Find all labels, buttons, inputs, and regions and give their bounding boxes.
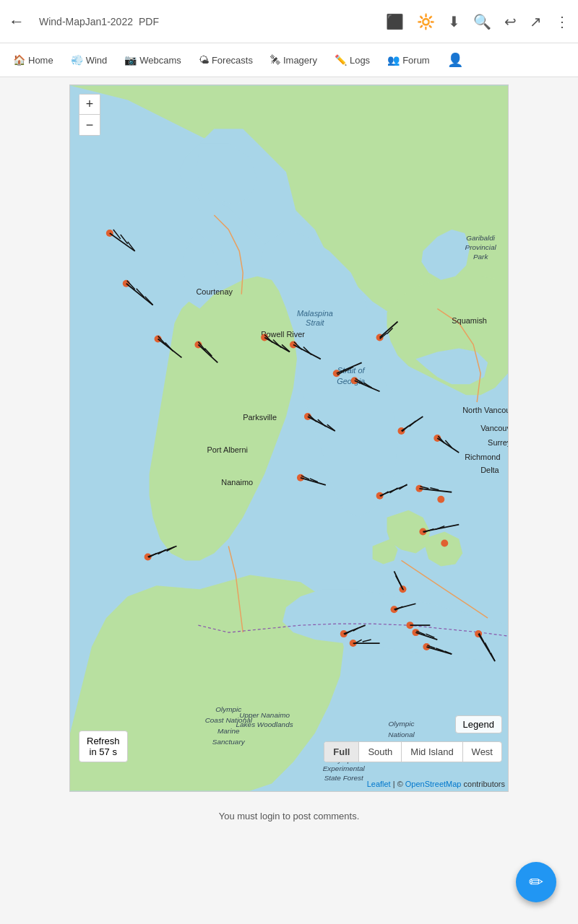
wind-station-1[interactable] <box>106 230 113 237</box>
wind-station-12[interactable] <box>297 474 304 481</box>
svg-line-31 <box>308 417 335 431</box>
wind-station-25[interactable] <box>340 630 348 637</box>
svg-line-73 <box>353 628 358 631</box>
filter-tab-south[interactable]: South <box>359 742 402 762</box>
label-upper-nanaimo2: Lakes Woodlands <box>236 720 293 728</box>
zoom-controls: + − <box>79 94 100 136</box>
nav-forum[interactable]: 👥Forum <box>380 50 437 70</box>
svg-line-24 <box>345 367 353 371</box>
svg-line-42 <box>381 492 389 497</box>
nav-webcams[interactable]: 📷Webcams <box>117 50 189 70</box>
wind-station-9[interactable] <box>351 377 358 384</box>
legend-box[interactable]: Legend <box>455 715 502 733</box>
nav-logs[interactable]: ✏️Logs <box>327 50 377 70</box>
nav-profile[interactable]: 👤 <box>440 48 470 72</box>
wind-station-22[interactable] <box>406 622 413 629</box>
wind-station-17[interactable] <box>419 528 426 536</box>
svg-line-12 <box>198 344 217 362</box>
wind-station-10[interactable] <box>304 413 311 420</box>
svg-line-3 <box>121 235 128 244</box>
wind-station-14[interactable] <box>434 435 441 442</box>
svg-line-66 <box>426 634 434 637</box>
page-title: Wind-MapJan1-2022PDF <box>33 14 386 29</box>
wind-station-19[interactable] <box>144 553 152 560</box>
wind-station-23[interactable] <box>412 629 419 636</box>
svg-line-37 <box>409 421 415 427</box>
fab-edit-button[interactable]: ✏ <box>516 862 556 902</box>
svg-rect-0 <box>70 86 508 791</box>
svg-line-2 <box>113 230 121 239</box>
label-garibaldi: Garibaldi <box>466 234 496 242</box>
svg-line-71 <box>344 625 366 634</box>
svg-line-48 <box>419 489 452 492</box>
filter-tab-west[interactable]: West <box>463 742 501 762</box>
filter-tab-full[interactable]: Full <box>324 742 359 762</box>
wind-station-8[interactable] <box>376 334 384 341</box>
osm-link[interactable]: OpenStreetMap <box>405 780 462 788</box>
nav-wind[interactable]: 💨Wind <box>64 50 115 70</box>
wind-station-18[interactable] <box>441 540 448 547</box>
wind-station-6[interactable] <box>290 341 297 348</box>
wind-station-26[interactable] <box>350 640 357 647</box>
svg-line-56 <box>158 549 166 554</box>
svg-line-13 <box>198 341 205 350</box>
wind-station-27[interactable] <box>475 630 482 637</box>
back-button[interactable]: ← <box>9 12 25 31</box>
city-label-parksville: Parksville <box>243 413 277 422</box>
save-icon[interactable]: ⬇ <box>448 13 460 30</box>
sidebar-icon[interactable]: ⬛ <box>386 13 404 30</box>
map-container[interactable]: Courtenay Powell River Parksville Nanaim… <box>69 84 509 792</box>
svg-line-80 <box>491 653 495 661</box>
layers-icon[interactable]: 🔆 <box>417 13 435 30</box>
leaflet-link[interactable]: Leaflet <box>367 780 391 788</box>
city-label-squamish: Squamish <box>452 316 487 325</box>
svg-line-9 <box>158 339 182 357</box>
wind-station-15[interactable] <box>415 485 423 492</box>
undo-icon[interactable]: ↩ <box>504 13 517 30</box>
svg-line-50 <box>430 488 439 490</box>
wind-station-4[interactable] <box>194 341 202 348</box>
wind-station-7[interactable] <box>333 370 340 377</box>
city-label-delta: Delta <box>480 466 499 474</box>
nav-home[interactable]: 🏠Home <box>6 50 61 70</box>
zoom-out-button[interactable]: − <box>79 115 100 135</box>
label-strait-of-georgia: Strait of <box>337 366 366 375</box>
wind-station-5[interactable] <box>261 334 268 341</box>
wind-station-3[interactable] <box>155 335 162 342</box>
zoom-in-button[interactable]: + <box>79 95 100 115</box>
svg-line-6 <box>127 281 135 289</box>
filter-tab-mid-island[interactable]: Mid Island <box>402 742 462 762</box>
label-garibaldi2: Provincial <box>465 243 497 251</box>
svg-line-64 <box>415 632 437 640</box>
wind-station-20[interactable] <box>391 606 398 613</box>
svg-line-30 <box>364 383 372 388</box>
svg-line-8 <box>145 297 153 305</box>
wind-station-11[interactable] <box>398 427 405 435</box>
svg-line-69 <box>436 648 444 651</box>
svg-line-61 <box>399 582 403 590</box>
svg-line-70 <box>444 651 452 654</box>
wind-station-13[interactable] <box>376 492 384 500</box>
more-icon[interactable]: ⋮ <box>555 13 569 30</box>
svg-line-34 <box>327 424 335 431</box>
wind-station-24[interactable] <box>423 643 430 650</box>
search-icon[interactable]: 🔍 <box>473 13 491 30</box>
svg-line-57 <box>167 547 175 552</box>
svg-line-46 <box>438 436 444 443</box>
city-label-nanaimo: Nanaimo <box>221 478 253 487</box>
refresh-box[interactable]: Refresh in 57 s <box>79 731 128 762</box>
share-icon[interactable]: ↗ <box>530 13 542 30</box>
wind-station-21[interactable] <box>399 585 406 593</box>
svg-line-17 <box>273 339 281 347</box>
wind-station-2[interactable] <box>123 280 130 287</box>
city-label-richmond: Richmond <box>465 453 500 461</box>
svg-line-23 <box>337 370 345 375</box>
label-olympic-national2: National <box>388 731 415 738</box>
nav-forecasts[interactable]: 🌤Forecasts <box>191 50 260 70</box>
wind-station-16[interactable] <box>437 496 444 503</box>
svg-line-1 <box>110 233 135 251</box>
svg-line-68 <box>427 645 435 648</box>
svg-line-10 <box>158 336 166 344</box>
nav-imagery[interactable]: 🛰Imagery <box>263 50 324 70</box>
label-garibaldi3: Park <box>473 253 488 261</box>
